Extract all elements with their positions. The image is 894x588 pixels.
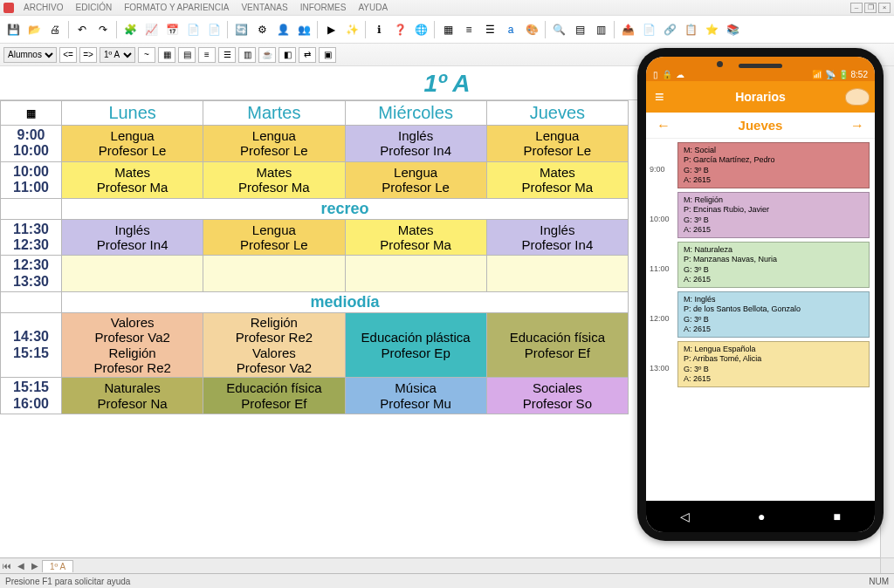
timetable-cell[interactable]: SocialesProfesor So	[486, 378, 628, 414]
timetable-cell[interactable]: MúsicaProfesor Mu	[345, 378, 486, 414]
timetable-cell[interactable]: Educación físicaProfesor Ef	[203, 378, 345, 414]
toolbar-page2-icon[interactable]: 📄	[204, 20, 224, 39]
menu-archivo[interactable]: ARCHIVO	[17, 3, 70, 12]
tab-nav-prev[interactable]: ◀	[14, 561, 28, 571]
toolbar-book-icon[interactable]: 📚	[723, 20, 742, 39]
menu-formato[interactable]: FORMATO Y APARIENCIA	[118, 3, 235, 12]
toolbar-web-icon[interactable]: 🌐	[411, 20, 430, 39]
hamburger-icon[interactable]: ≡	[655, 88, 664, 106]
toolbar-star-icon[interactable]: ⭐	[702, 20, 721, 39]
timetable-cell[interactable]	[62, 256, 203, 292]
android-recent-icon[interactable]: ■	[834, 509, 841, 523]
phone-schedule-list[interactable]: 9:00M: SocialP: García Martínez, PedroG:…	[646, 139, 875, 501]
menu-ayuda[interactable]: AYUDA	[352, 3, 394, 12]
tab-nav-next[interactable]: ▶	[28, 561, 42, 571]
phone-lesson-card[interactable]: M: Lengua EspañolaP: Arribas Tomé, Alici…	[677, 341, 870, 387]
toolbar-font-icon[interactable]: a	[501, 20, 520, 39]
toolbar-help-icon[interactable]: ❓	[390, 20, 409, 39]
toolbar-info-icon[interactable]: ℹ	[369, 20, 389, 39]
timetable-cell[interactable]: LenguaProfesor Le	[345, 161, 486, 198]
timetable-cell[interactable]: NaturalesProfesor Na	[62, 378, 203, 414]
toolbar-icon[interactable]: 📈	[141, 20, 161, 39]
filter-btn-10[interactable]: ▣	[319, 47, 336, 63]
timetable-cell[interactable]: InglésProfesor In4	[345, 126, 486, 162]
filter-btn-8[interactable]: ◧	[279, 47, 296, 63]
toolbar-color-icon[interactable]: 🎨	[522, 20, 541, 39]
close-button[interactable]: ×	[878, 3, 891, 13]
toolbar-page-icon[interactable]: 📄	[183, 20, 203, 39]
timetable-cell[interactable]: ValoresProfesor Va2ReligiónProfesor Re2	[62, 313, 203, 378]
filter-btn-2[interactable]: ▦	[158, 47, 175, 63]
timetable-cell[interactable]: LenguaProfesor Le	[486, 126, 628, 162]
phone-schedule-row[interactable]: 10:00M: ReligiónP: Encinas Rubio, Javier…	[650, 192, 870, 238]
tab-nav-first[interactable]: ⏮	[0, 561, 14, 571]
timetable-cell[interactable]: InglésProfesor In4	[62, 219, 203, 256]
phone-lesson-card[interactable]: M: InglésP: de los Santos Bellota, Gonza…	[677, 291, 870, 338]
timetable-cell[interactable]: MatesProfesor Ma	[345, 219, 486, 256]
dropdown-grupo[interactable]: 1º A	[100, 47, 135, 63]
timetable-cell[interactable]: LenguaProfesor Le	[203, 126, 345, 162]
android-back-icon[interactable]: ◁	[680, 509, 690, 523]
timetable-cell[interactable]: Educación físicaProfesor Ef	[486, 313, 628, 378]
menu-ventanas[interactable]: VENTANAS	[235, 3, 293, 12]
toolbar-calendar-icon[interactable]: 📅	[162, 20, 182, 39]
toolbar-save-icon[interactable]: 💾	[3, 20, 23, 39]
timetable-cell[interactable]: MatesProfesor Ma	[203, 161, 345, 198]
toolbar-doc-icon[interactable]: 📋	[681, 20, 700, 39]
toolbar-settings-icon[interactable]: ⚙	[252, 20, 272, 39]
timetable-cell[interactable]: MatesProfesor Ma	[62, 161, 203, 198]
timetable-cell[interactable]	[486, 256, 628, 292]
toolbar-export-icon[interactable]: 📤	[618, 20, 637, 39]
timetable-cell[interactable]: ReligiónProfesor Re2ValoresProfesor Va2	[203, 313, 345, 378]
sheet-tab-active[interactable]: 1º A	[42, 560, 73, 572]
phone-lesson-card[interactable]: M: NaturalezaP: Manzanas Navas, NuriaG: …	[677, 242, 870, 288]
toolbar-users-icon[interactable]: 👥	[294, 20, 313, 39]
timetable-cell[interactable]: LenguaProfesor Le	[203, 219, 345, 256]
toolbar-play-icon[interactable]: ▶	[321, 20, 340, 39]
toolbar-wand-icon[interactable]: ✨	[342, 20, 361, 39]
android-home-icon[interactable]: ●	[758, 509, 765, 523]
prev-day-arrow[interactable]: ←	[657, 118, 670, 133]
filter-btn-3[interactable]: ▤	[178, 47, 196, 63]
timetable-cell[interactable]: LenguaProfesor Le	[62, 126, 203, 162]
toolbar-redo-icon[interactable]: ↷	[93, 20, 113, 39]
prev-button[interactable]: <=	[59, 47, 77, 63]
filter-btn-1[interactable]: ~	[138, 47, 155, 63]
toolbar-table-icon[interactable]: ▦	[438, 20, 457, 39]
timetable-cell[interactable]: InglésProfesor In4	[486, 219, 628, 256]
toolbar-open-icon[interactable]: 📂	[24, 20, 44, 39]
filter-btn-7[interactable]: ☕	[258, 47, 276, 63]
phone-schedule-row[interactable]: 13:00M: Lengua EspañolaP: Arribas Tomé, …	[650, 341, 870, 387]
timetable-cell[interactable]: Educación plásticaProfesor Ep	[345, 313, 486, 378]
filter-btn-5[interactable]: ☰	[218, 47, 236, 63]
next-day-arrow[interactable]: →	[850, 118, 864, 133]
toolbar-cols-icon[interactable]: ☰	[480, 20, 499, 39]
timetable-cell[interactable]	[345, 256, 486, 292]
toolbar-pdf-icon[interactable]: 📄	[639, 20, 658, 39]
next-button[interactable]: =>	[79, 47, 97, 63]
corner-cell[interactable]: ▦	[1, 101, 62, 126]
minimize-button[interactable]: –	[850, 3, 863, 13]
toolbar-rows-icon[interactable]: ≡	[459, 20, 478, 39]
toolbar-refresh-icon[interactable]: 🔄	[231, 20, 251, 39]
maximize-button[interactable]: ❐	[864, 3, 877, 13]
toolbar-user-icon[interactable]: 👤	[273, 20, 292, 39]
dropdown-tipo[interactable]: Alumnos	[3, 47, 57, 63]
phone-schedule-row[interactable]: 11:00M: NaturalezaP: Manzanas Navas, Nur…	[650, 242, 870, 288]
filter-btn-9[interactable]: ⇄	[299, 47, 316, 63]
toolbar-zoom-icon[interactable]: 🔍	[549, 20, 568, 39]
phone-lesson-card[interactable]: M: SocialP: García Martínez, PedroG: 3º …	[677, 142, 870, 188]
timetable-cell[interactable]	[203, 256, 345, 292]
phone-lesson-card[interactable]: M: ReligiónP: Encinas Rubio, JavierG: 3º…	[677, 192, 870, 238]
phone-schedule-row[interactable]: 9:00M: SocialP: García Martínez, PedroG:…	[650, 142, 870, 188]
toolbar-print-icon[interactable]: 🖨	[45, 20, 65, 39]
menu-edicion[interactable]: EDICIÓN	[70, 3, 119, 12]
toolbar-share-icon[interactable]: 🔗	[660, 20, 679, 39]
toolbar-view-icon[interactable]: ▥	[591, 20, 610, 39]
timetable-cell[interactable]: MatesProfesor Ma	[486, 161, 628, 198]
filter-btn-4[interactable]: ≡	[198, 47, 216, 63]
toolbar-grid-icon[interactable]: ▤	[570, 20, 589, 39]
toolbar-undo-icon[interactable]: ↶	[72, 20, 92, 39]
phone-schedule-row[interactable]: 12:00M: InglésP: de los Santos Bellota, …	[650, 291, 870, 338]
toolbar-icon[interactable]: 🧩	[120, 20, 140, 39]
